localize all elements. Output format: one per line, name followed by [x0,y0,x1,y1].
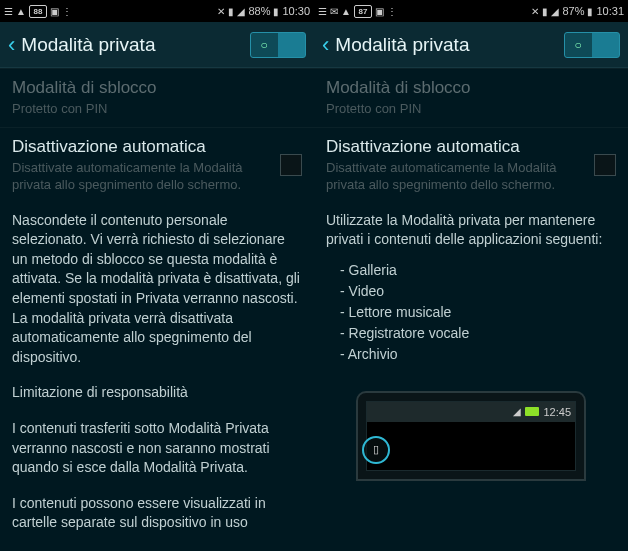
clock: 10:30 [282,5,310,17]
unlock-method-row[interactable]: Modalità di sblocco Protetto con PIN [0,68,314,127]
warning-icon: ▲ [16,6,26,17]
status-bar: ☰ ✉ ▲ 87 ▣ ⋮ ✕ ▮ ◢ 87% ▮ 10:31 [314,0,628,22]
app-header: ‹ Modalità privata ○ [314,22,628,68]
battery-badge: 88 [29,5,47,18]
illustration-clock: 12:45 [543,406,571,418]
battery-icon: ▮ [273,6,279,17]
disclaimer-paragraph: I contenuti possono essere visualizzati … [0,486,314,541]
private-indicator-icon: ▯ [362,436,390,464]
menu-icon: ☰ [4,6,13,17]
page-title: Modalità privata [21,34,250,56]
signal-icon: ◢ [551,6,559,17]
list-item: Archivio [340,344,616,365]
auto-off-title: Disattivazione automatica [12,137,270,157]
overflow-icon: ⋮ [62,6,72,17]
battery-percent: 88% [248,5,270,17]
chat-icon: ▣ [375,6,384,17]
menu-icon: ☰ [318,6,327,17]
disclaimer-paragraph: I contenuti trasferiti sotto Modalità Pr… [0,411,314,486]
auto-off-row[interactable]: Disattivazione automatica Disattivate au… [0,127,314,203]
page-title: Modalità privata [335,34,564,56]
status-bar: ☰ ▲ 88 ▣ ⋮ ✕ ▮ ◢ 88% ▮ 10:30 [0,0,314,22]
list-item: Video [340,281,616,302]
chat-icon: ▣ [50,6,59,17]
auto-off-sub: Disattivate automaticamente la Modalità … [326,159,584,194]
overflow-icon: ⋮ [387,6,397,17]
battery-icon: ▮ [587,6,593,17]
vibrate-icon: ✕ [531,6,539,17]
signal-icon: ◢ [513,406,521,417]
auto-off-sub: Disattivate automaticamente la Modalità … [12,159,270,194]
toggle-knob: ○ [568,36,588,54]
app-list: Galleria Video Lettore musicale Registra… [314,258,628,373]
vibrate-icon: ✕ [217,6,225,17]
toggle-knob: ○ [254,36,274,54]
auto-off-checkbox[interactable] [594,154,616,176]
unlock-method-row[interactable]: Modalità di sblocco Protetto con PIN [314,68,628,127]
clock: 10:31 [596,5,624,17]
screen-right: ☰ ✉ ▲ 87 ▣ ⋮ ✕ ▮ ◢ 87% ▮ 10:31 ‹ Modalit… [314,0,628,551]
screen-left: ☰ ▲ 88 ▣ ⋮ ✕ ▮ ◢ 88% ▮ 10:30 ‹ Modalità … [0,0,314,551]
warning-icon: ▲ [341,6,351,17]
list-item: Registratore vocale [340,323,616,344]
signal-icon: ▮ [542,6,548,17]
battery-badge: 87 [354,5,372,18]
disclaimer-heading: Limitazione di responsabilità [0,375,314,411]
unlock-title: Modalità di sblocco [12,78,302,98]
battery-percent: 87% [562,5,584,17]
mail-icon: ✉ [330,6,338,17]
info-paragraph: Nascondete il contenuto personale selezi… [0,203,314,376]
auto-off-checkbox[interactable] [280,154,302,176]
unlock-title: Modalità di sblocco [326,78,616,98]
unlock-sub: Protetto con PIN [326,100,616,118]
list-item: Lettore musicale [340,302,616,323]
back-icon[interactable]: ‹ [8,32,15,58]
signal-icon: ▮ [228,6,234,17]
private-mode-toggle[interactable]: ○ [564,32,620,58]
intro-text: Utilizzate la Modalità privata per mante… [314,203,628,258]
unlock-sub: Protetto con PIN [12,100,302,118]
auto-off-title: Disattivazione automatica [326,137,584,157]
private-mode-toggle[interactable]: ○ [250,32,306,58]
signal-icon: ◢ [237,6,245,17]
back-icon[interactable]: ‹ [322,32,329,58]
battery-icon [525,407,539,416]
list-item: Galleria [340,260,616,281]
phone-illustration: ◢ 12:45 ▯ [356,391,586,481]
auto-off-row[interactable]: Disattivazione automatica Disattivate au… [314,127,628,203]
app-header: ‹ Modalità privata ○ [0,22,314,68]
